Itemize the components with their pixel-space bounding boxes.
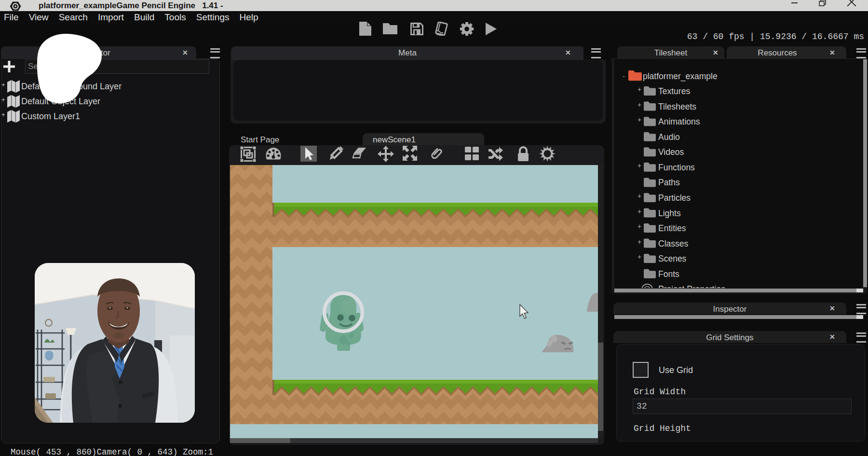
- svg-text:Lights: Lights: [658, 208, 681, 218]
- svg-text:Entities: Entities: [658, 223, 686, 233]
- svg-text:+: +: [637, 238, 641, 246]
- svg-text:platformer_example: platformer_example: [643, 71, 718, 82]
- svg-text:-: -: [623, 72, 625, 80]
- svg-text:+: +: [1, 81, 5, 88]
- svg-text:Paths: Paths: [658, 178, 680, 187]
- svg-text:Custom Layer1: Custom Layer1: [21, 111, 80, 121]
- svg-text:+: +: [637, 207, 641, 215]
- svg-text:Project Properties: Project Properties: [658, 284, 725, 288]
- svg-text:+: +: [637, 253, 641, 261]
- svg-text:+: +: [1, 111, 5, 118]
- svg-text:Particles: Particles: [658, 193, 691, 203]
- svg-text:Tilesheets: Tilesheets: [658, 102, 696, 111]
- svg-text:Functions: Functions: [658, 163, 695, 172]
- svg-text:+: +: [637, 192, 641, 200]
- svg-text:Videos: Videos: [658, 147, 684, 157]
- svg-text:+: +: [637, 101, 641, 109]
- svg-text:Animations: Animations: [658, 117, 700, 126]
- svg-text:Classes: Classes: [658, 239, 688, 249]
- svg-text:Textures: Textures: [658, 86, 690, 96]
- svg-text:Scenes: Scenes: [658, 254, 687, 263]
- svg-text:+: +: [637, 85, 641, 93]
- svg-text:Fonts: Fonts: [658, 269, 679, 279]
- svg-text:+: +: [637, 222, 641, 230]
- svg-text:Audio: Audio: [658, 132, 680, 142]
- svg-text:+: +: [637, 162, 641, 169]
- svg-text:+: +: [637, 116, 641, 124]
- svg-text:+: +: [1, 96, 5, 103]
